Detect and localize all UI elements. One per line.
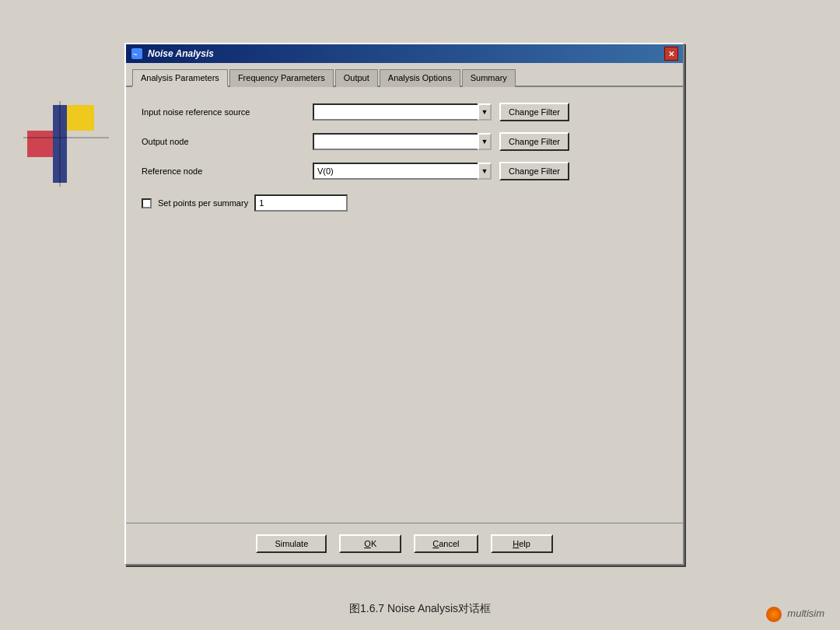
close-button[interactable]: ✕ bbox=[664, 47, 678, 61]
dialog-title: Noise Analysis bbox=[148, 48, 214, 59]
output-node-row: Output node ▼ Change Filter bbox=[142, 132, 667, 151]
reference-node-label: Reference node bbox=[142, 166, 305, 176]
input-noise-label: Input noise reference source bbox=[142, 107, 305, 117]
points-per-summary-row: Set points per summary bbox=[142, 194, 667, 212]
multisim-icon bbox=[766, 607, 782, 622]
noise-analysis-dialog: ~ Noise Analysis ✕ Analysis Parameters F… bbox=[124, 43, 684, 565]
reference-node-select-wrapper: V(0) ▼ bbox=[313, 163, 492, 180]
tab-analysis-parameters[interactable]: Analysis Parameters bbox=[132, 69, 228, 87]
tab-frequency-parameters[interactable]: Frequency Parameters bbox=[229, 69, 334, 87]
tab-summary[interactable]: Summary bbox=[462, 69, 516, 87]
set-points-checkbox[interactable] bbox=[142, 198, 152, 208]
figure-caption: 图1.6.7 Noise Analysis对话框 bbox=[349, 602, 491, 616]
input-noise-select[interactable] bbox=[313, 103, 492, 121]
multisim-background-logo bbox=[23, 101, 109, 187]
reference-node-select[interactable]: V(0) bbox=[313, 163, 492, 180]
svg-text:~: ~ bbox=[133, 51, 138, 58]
svg-marker-1 bbox=[27, 131, 53, 157]
reference-node-change-filter-button[interactable]: Change Filter bbox=[499, 162, 569, 180]
set-points-label: Set points per summary bbox=[158, 198, 248, 208]
dialog-icon: ~ bbox=[131, 47, 143, 60]
tab-analysis-options[interactable]: Analysis Options bbox=[380, 69, 460, 87]
input-noise-select-wrapper: ▼ bbox=[313, 103, 492, 121]
dialog-title-bar: ~ Noise Analysis ✕ bbox=[126, 44, 683, 63]
tab-output[interactable]: Output bbox=[335, 69, 378, 87]
multisim-watermark: multisim bbox=[766, 607, 824, 622]
points-input-field[interactable] bbox=[254, 194, 348, 212]
output-node-select-wrapper: ▼ bbox=[313, 133, 492, 150]
reference-node-row: Reference node V(0) ▼ Change Filter bbox=[142, 162, 667, 180]
title-bar-left: ~ Noise Analysis bbox=[131, 47, 214, 60]
dialog-content: Input noise reference source ▼ Change Fi… bbox=[126, 87, 683, 523]
simulate-button[interactable]: Simulate bbox=[256, 534, 327, 553]
input-noise-change-filter-button[interactable]: Change Filter bbox=[499, 103, 569, 121]
svg-rect-2 bbox=[67, 105, 94, 131]
button-bar: Simulate OK Cancel Help bbox=[126, 523, 683, 564]
cancel-button[interactable]: Cancel bbox=[414, 534, 478, 553]
help-button[interactable]: Help bbox=[491, 534, 553, 553]
tab-bar: Analysis Parameters Frequency Parameters… bbox=[126, 63, 683, 87]
output-node-label: Output node bbox=[142, 137, 305, 146]
output-node-select[interactable] bbox=[313, 133, 492, 150]
ok-button[interactable]: OK bbox=[339, 534, 401, 553]
input-noise-row: Input noise reference source ▼ Change Fi… bbox=[142, 103, 667, 121]
output-node-change-filter-button[interactable]: Change Filter bbox=[499, 132, 569, 151]
